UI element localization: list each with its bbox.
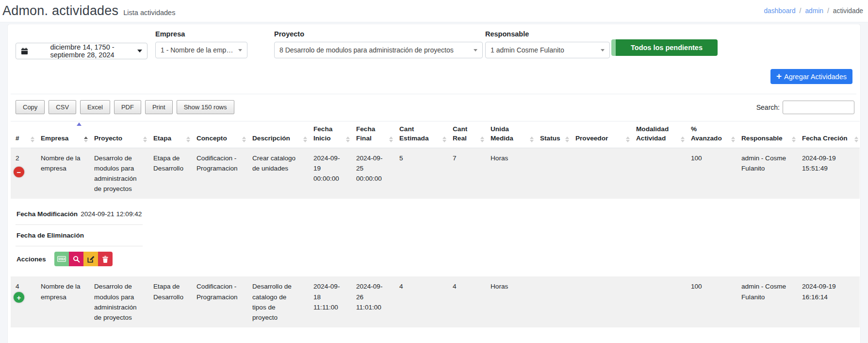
plus-icon: + <box>776 71 782 81</box>
search-icon <box>73 256 80 263</box>
sort-icon <box>442 137 446 142</box>
column-header-modalidad-actividad[interactable]: Modalidad Actividad <box>631 121 686 148</box>
search-input[interactable] <box>783 101 854 114</box>
table-toolbar: Copy CSV Excel PDF Print Show 150 rows S… <box>11 100 856 114</box>
sort-icon <box>681 137 685 142</box>
column-header-empresa[interactable]: Empresa <box>36 121 89 148</box>
copy-button[interactable]: Copy <box>16 100 45 114</box>
sort-icon <box>84 137 88 142</box>
breadcrumb-dashboard[interactable]: dashboard <box>764 7 795 15</box>
cell-modalidad <box>631 148 686 199</box>
edit-button[interactable] <box>83 252 98 266</box>
csv-button[interactable]: CSV <box>49 100 76 114</box>
breadcrumb-current: actividade <box>833 7 863 15</box>
sort-icon <box>480 137 484 142</box>
column-header-cant-real[interactable]: Cant Real <box>448 121 486 148</box>
sort-icon <box>530 137 534 142</box>
view-button[interactable] <box>69 252 83 266</box>
column-header-proyecto[interactable]: Proyecto <box>89 121 148 148</box>
breadcrumb-separator: / <box>800 7 802 15</box>
column-header-cant-estimada[interactable]: Cant Estimada <box>394 121 448 148</box>
page-title: Admon. actividades <box>2 3 118 18</box>
empresa-label: Empresa <box>155 30 247 38</box>
activities-table: # Empresa Proyecto Etapa Concepto Descri… <box>11 121 860 327</box>
cell-proveedor <box>571 276 631 327</box>
todos-los-pendientes-button[interactable]: Todos los pendientes <box>616 39 718 56</box>
row-detail-panel: Fecha Modificación 2024-09-21 12:09:42 F… <box>11 199 860 276</box>
section-divider <box>11 94 856 94</box>
column-header-descripcion[interactable]: Descripción <box>247 121 309 148</box>
pdf-button[interactable]: PDF <box>114 100 141 114</box>
payment-button[interactable]: VISA <box>54 252 69 266</box>
print-button[interactable]: Print <box>145 100 173 114</box>
collapse-row-button[interactable]: − <box>14 167 24 177</box>
sort-icon <box>143 137 147 142</box>
cell-fecha-crecion: 2024-09-19 15:51:49 <box>797 148 860 199</box>
responsable-select[interactable]: 1 admin Cosme Fulanito <box>485 42 610 58</box>
date-range-picker[interactable]: diciembre 14, 1750 - septiembre 28, 2024 <box>16 43 147 59</box>
breadcrumb-separator: / <box>827 7 829 15</box>
responsable-selected-value: 1 admin Cosme Fulanito <box>491 46 564 54</box>
proyecto-select[interactable]: 8 Desarrolo de modulos para administraci… <box>274 42 483 58</box>
column-header-proveedor[interactable]: Proveedor <box>571 121 631 148</box>
sort-asc-icon <box>77 122 82 126</box>
sort-icon <box>389 137 393 142</box>
column-header-responsable[interactable]: Responsable <box>737 121 797 148</box>
detail-acciones: Acciones VISA <box>16 246 143 272</box>
breadcrumb-admin[interactable]: admin <box>805 7 823 15</box>
cell-proyecto: Desarrolo de modulos para administración… <box>89 148 148 199</box>
column-header-etapa[interactable]: Etapa <box>148 121 192 148</box>
column-header-unida-medida[interactable]: Unida Medida <box>486 121 535 148</box>
row-number-cell: 4 + <box>11 276 36 327</box>
proyecto-label: Proyecto <box>274 30 483 38</box>
empresa-select[interactable]: 1 - Nombre de la empresa <box>155 42 247 58</box>
cell-status <box>535 276 571 327</box>
chevron-down-icon <box>601 49 605 51</box>
cell-fecha-final: 2024-09-25 00:00:00 <box>351 148 394 199</box>
column-header-num[interactable]: # <box>11 121 36 148</box>
column-header-concepto[interactable]: Concepto <box>192 121 247 148</box>
content-card: diciembre 14, 1750 - septiembre 28, 2024… <box>8 24 860 343</box>
sort-icon <box>792 137 796 142</box>
column-header-status[interactable]: Status <box>535 121 571 148</box>
search-label: Search: <box>756 103 780 111</box>
page-header: Admon. actividades Lista actividades das… <box>0 0 868 22</box>
agregar-actividades-button[interactable]: + Agregar Actividades <box>770 69 852 84</box>
sort-icon <box>731 137 735 142</box>
column-header-avanzado[interactable]: % Avanzado <box>686 121 737 148</box>
cell-cant-real: 4 <box>448 276 486 327</box>
chevron-down-icon <box>474 49 477 51</box>
cell-avanzado: 100 <box>686 148 737 199</box>
cell-etapa: Etapa de Desarrollo <box>148 148 192 199</box>
cell-cant-real: 7 <box>448 148 486 199</box>
sort-icon <box>242 137 246 142</box>
chevron-down-icon <box>238 49 242 51</box>
expand-row-button[interactable]: + <box>14 292 24 303</box>
cell-fecha-inicio: 2024-09-19 00:00:00 <box>309 148 351 199</box>
cell-proyecto: Desarrolo de modulos para administración… <box>89 276 148 327</box>
cell-fecha-crecion: 2024-09-19 16:16:14 <box>797 276 860 327</box>
empresa-selected-value: 1 - Nombre de la empresa <box>161 46 235 54</box>
cell-unida-medida: Horas <box>486 148 535 199</box>
cell-fecha-inicio: 2024-09-18 11:11:00 <box>309 276 351 327</box>
cell-avanzado: 100 <box>686 276 737 327</box>
delete-button[interactable] <box>98 252 113 266</box>
responsable-label: Responsable <box>485 30 610 38</box>
pendientes-accent-strip <box>611 39 616 56</box>
excel-button[interactable]: Excel <box>80 100 110 114</box>
sort-icon <box>854 137 858 142</box>
cell-proveedor <box>571 148 631 199</box>
column-header-fecha-inicio[interactable]: Fecha Inicio <box>309 121 351 148</box>
breadcrumb: dashboard / admin / actividade <box>764 7 863 15</box>
cell-modalidad <box>631 276 686 327</box>
show-rows-button[interactable]: Show 150 rows <box>177 100 234 114</box>
column-header-fecha-crecion[interactable]: Fecha Creción <box>797 121 860 148</box>
cell-cant-estimada: 5 <box>394 148 448 199</box>
proyecto-selected-value: 8 Desarrolo de modulos para administraci… <box>279 46 454 54</box>
date-range-value: diciembre 14, 1750 - septiembre 28, 2024 <box>32 43 132 59</box>
cell-concepto: Codificacion - Programacion <box>192 276 247 327</box>
page-subtitle: Lista actividades <box>123 9 175 17</box>
column-header-fecha-final[interactable]: Fecha Final <box>351 121 394 148</box>
trash-icon <box>102 256 109 263</box>
detail-fecha-eliminacion: Fecha de Eliminación <box>16 224 143 246</box>
